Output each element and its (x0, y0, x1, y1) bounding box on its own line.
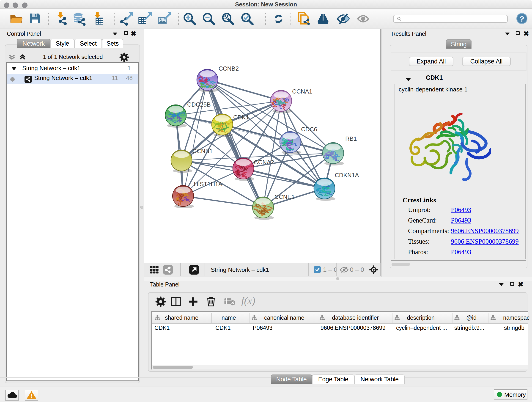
svg-text:CDC6: CDC6 (301, 126, 317, 133)
svg-text:CDC25B: CDC25B (187, 101, 211, 108)
svg-text:CCNA1: CCNA1 (292, 88, 312, 95)
svg-text:HIST1H1A: HIST1H1A (194, 181, 222, 187)
svg-text:RB1: RB1 (345, 135, 357, 142)
svg-text:CCNE1: CCNE1 (274, 193, 295, 200)
svg-text:CCNA2: CCNA2 (254, 159, 274, 166)
svg-text:CDK1: CDK1 (233, 114, 249, 121)
svg-text:CDKN1A: CDKN1A (335, 172, 359, 179)
svg-text:CCNB1: CCNB1 (192, 148, 213, 154)
svg-text:CCNB2: CCNB2 (219, 65, 239, 72)
